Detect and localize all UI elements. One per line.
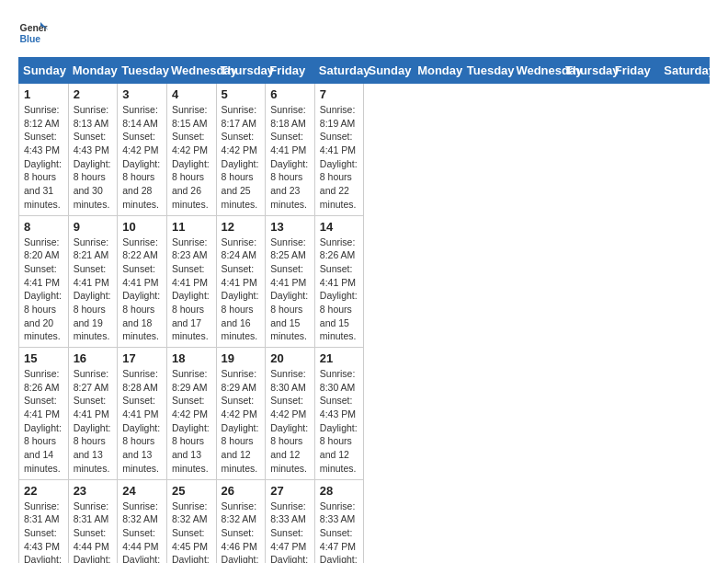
day-number: 6 bbox=[270, 87, 310, 101]
cell-info: Sunset: 4:43 PM bbox=[74, 130, 113, 156]
day-number: 5 bbox=[222, 87, 261, 101]
day-number: 26 bbox=[222, 484, 261, 498]
cell-info: Daylight: 8 hours and 12 minutes. bbox=[122, 553, 162, 563]
cell-info: Sunset: 4:41 PM bbox=[24, 394, 63, 420]
cell-info: Sunrise: 8:28 AM bbox=[122, 367, 162, 394]
day-number: 2 bbox=[74, 87, 113, 101]
day-header-monday: Monday bbox=[68, 58, 118, 84]
cell-info: Sunrise: 8:30 AM bbox=[320, 367, 359, 394]
day-header-wednesday: Wednesday bbox=[166, 58, 216, 84]
calendar-cell: 20Sunrise: 8:30 AMSunset: 4:42 PMDayligh… bbox=[266, 348, 315, 480]
cell-info: Sunrise: 8:12 AM bbox=[24, 103, 63, 130]
cell-info: Sunset: 4:41 PM bbox=[122, 394, 162, 420]
cell-info: Sunrise: 8:23 AM bbox=[172, 236, 211, 262]
calendar-cell: 9Sunrise: 8:21 AMSunset: 4:41 PMDaylight… bbox=[68, 215, 118, 348]
day-number: 8 bbox=[24, 220, 63, 234]
cell-info: Daylight: 8 hours and 23 minutes. bbox=[270, 157, 310, 212]
calendar-cell: 18Sunrise: 8:29 AMSunset: 4:42 PMDayligh… bbox=[166, 348, 216, 480]
logo: General Blue bbox=[18, 18, 48, 48]
cell-info: Sunset: 4:41 PM bbox=[172, 262, 211, 289]
cell-info: Daylight: 8 hours and 13 minutes. bbox=[74, 421, 113, 476]
cell-info: Sunset: 4:42 PM bbox=[172, 394, 211, 420]
cell-info: Daylight: 8 hours and 14 minutes. bbox=[24, 421, 63, 476]
day-number: 25 bbox=[172, 484, 211, 498]
day-number: 10 bbox=[122, 220, 162, 234]
cell-info: Daylight: 8 hours and 22 minutes. bbox=[320, 157, 359, 212]
cell-info: Daylight: 8 hours and 26 minutes. bbox=[172, 157, 211, 212]
week-row-3: 15Sunrise: 8:26 AMSunset: 4:41 PMDayligh… bbox=[19, 348, 710, 480]
cell-info: Daylight: 8 hours and 13 minutes. bbox=[172, 553, 211, 563]
day-header-thursday: Thursday bbox=[216, 58, 266, 84]
cell-info: Daylight: 8 hours and 31 minutes. bbox=[24, 157, 63, 212]
cell-info: Sunset: 4:41 PM bbox=[320, 130, 359, 156]
cell-info: Daylight: 8 hours and 17 minutes. bbox=[172, 289, 211, 343]
day-header-monday: Monday bbox=[414, 58, 463, 84]
cell-info: Sunset: 4:41 PM bbox=[270, 262, 310, 289]
cell-info: Sunrise: 8:31 AM bbox=[24, 500, 63, 526]
day-number: 7 bbox=[320, 87, 359, 101]
cell-info: Sunset: 4:44 PM bbox=[122, 526, 162, 553]
cell-info: Sunset: 4:41 PM bbox=[24, 262, 63, 289]
calendar-cell: 27Sunrise: 8:33 AMSunset: 4:47 PMDayligh… bbox=[266, 479, 315, 563]
cell-info: Daylight: 8 hours and 12 minutes. bbox=[270, 421, 310, 476]
cell-info: Sunset: 4:42 PM bbox=[122, 130, 162, 156]
cell-info: Sunset: 4:41 PM bbox=[222, 262, 261, 289]
day-header-tuesday: Tuesday bbox=[462, 58, 512, 84]
cell-info: Sunrise: 8:21 AM bbox=[74, 236, 113, 262]
cell-info: Sunrise: 8:26 AM bbox=[320, 236, 359, 262]
day-number: 9 bbox=[74, 220, 113, 234]
day-number: 17 bbox=[122, 351, 162, 365]
cell-info: Daylight: 8 hours and 13 minutes. bbox=[172, 421, 211, 476]
cell-info: Sunset: 4:44 PM bbox=[74, 526, 113, 553]
calendar-cell: 12Sunrise: 8:24 AMSunset: 4:41 PMDayligh… bbox=[216, 215, 266, 348]
svg-text:Blue: Blue bbox=[20, 34, 41, 44]
calendar-cell: 16Sunrise: 8:27 AMSunset: 4:41 PMDayligh… bbox=[68, 348, 118, 480]
calendar-cell: 25Sunrise: 8:32 AMSunset: 4:45 PMDayligh… bbox=[166, 479, 216, 563]
cell-info: Sunrise: 8:27 AM bbox=[74, 367, 113, 394]
day-number: 24 bbox=[122, 484, 162, 498]
day-header-sunday: Sunday bbox=[364, 58, 414, 84]
calendar-cell: 8Sunrise: 8:20 AMSunset: 4:41 PMDaylight… bbox=[19, 215, 69, 348]
calendar-cell: 13Sunrise: 8:25 AMSunset: 4:41 PMDayligh… bbox=[266, 215, 315, 348]
day-header-saturday: Saturday bbox=[660, 58, 710, 84]
calendar-cell: 17Sunrise: 8:28 AMSunset: 4:41 PMDayligh… bbox=[118, 348, 167, 480]
cell-info: Daylight: 8 hours and 20 minutes. bbox=[24, 289, 63, 343]
cell-info: Sunrise: 8:24 AM bbox=[222, 236, 261, 262]
cell-info: Sunset: 4:41 PM bbox=[270, 130, 310, 156]
cell-info: Sunrise: 8:29 AM bbox=[172, 367, 211, 394]
calendar-cell: 1Sunrise: 8:12 AMSunset: 4:43 PMDaylight… bbox=[19, 84, 69, 216]
calendar-cell: 11Sunrise: 8:23 AMSunset: 4:41 PMDayligh… bbox=[166, 215, 216, 348]
cell-info: Daylight: 8 hours and 14 minutes. bbox=[320, 553, 359, 563]
svg-text:General: General bbox=[20, 23, 48, 33]
cell-info: Sunrise: 8:32 AM bbox=[122, 500, 162, 526]
day-number: 27 bbox=[270, 484, 310, 498]
cell-info: Daylight: 8 hours and 13 minutes. bbox=[222, 553, 261, 563]
cell-info: Daylight: 8 hours and 15 minutes. bbox=[270, 289, 310, 343]
cell-info: Sunrise: 8:22 AM bbox=[122, 236, 162, 262]
cell-info: Sunset: 4:43 PM bbox=[320, 394, 359, 420]
cell-info: Sunset: 4:42 PM bbox=[222, 394, 261, 420]
day-number: 28 bbox=[320, 484, 359, 498]
cell-info: Daylight: 8 hours and 15 minutes. bbox=[320, 289, 359, 343]
cell-info: Sunset: 4:47 PM bbox=[320, 526, 359, 553]
calendar-cell: 26Sunrise: 8:32 AMSunset: 4:46 PMDayligh… bbox=[216, 479, 266, 563]
day-header-sunday: Sunday bbox=[19, 58, 69, 84]
cell-info: Sunrise: 8:33 AM bbox=[270, 500, 310, 526]
cell-info: Sunrise: 8:26 AM bbox=[24, 367, 63, 394]
calendar-cell: 22Sunrise: 8:31 AMSunset: 4:43 PMDayligh… bbox=[19, 479, 69, 563]
calendar-cell: 6Sunrise: 8:18 AMSunset: 4:41 PMDaylight… bbox=[266, 84, 315, 216]
calendar-cell: 21Sunrise: 8:30 AMSunset: 4:43 PMDayligh… bbox=[314, 348, 364, 480]
cell-info: Daylight: 8 hours and 30 minutes. bbox=[74, 157, 113, 212]
cell-info: Sunset: 4:45 PM bbox=[172, 526, 211, 553]
day-number: 16 bbox=[74, 351, 113, 365]
page-header: General Blue bbox=[18, 18, 710, 48]
day-number: 1 bbox=[24, 87, 63, 101]
day-number: 4 bbox=[172, 87, 211, 101]
day-number: 20 bbox=[270, 351, 310, 365]
cell-info: Sunrise: 8:31 AM bbox=[74, 500, 113, 526]
calendar-cell: 14Sunrise: 8:26 AMSunset: 4:41 PMDayligh… bbox=[314, 215, 364, 348]
cell-info: Sunrise: 8:13 AM bbox=[74, 103, 113, 130]
calendar-cell: 28Sunrise: 8:33 AMSunset: 4:47 PMDayligh… bbox=[314, 479, 364, 563]
week-row-2: 8Sunrise: 8:20 AMSunset: 4:41 PMDaylight… bbox=[19, 215, 710, 348]
cell-info: Sunrise: 8:20 AM bbox=[24, 236, 63, 262]
